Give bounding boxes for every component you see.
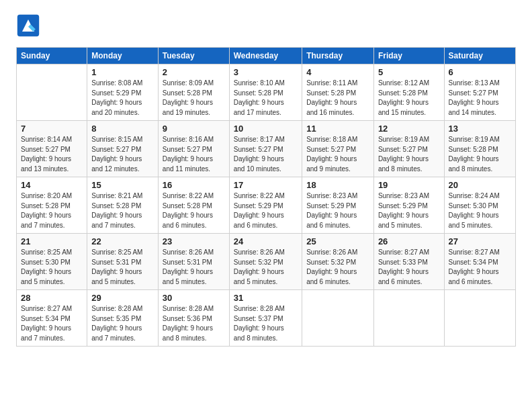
calendar-day-cell: 17Sunrise: 8:22 AM Sunset: 5:29 PM Dayli…: [229, 177, 302, 234]
calendar-day-cell: 14Sunrise: 8:20 AM Sunset: 5:28 PM Dayli…: [17, 177, 87, 234]
day-number: 31: [234, 293, 298, 303]
calendar-day-cell: 8Sunrise: 8:15 AM Sunset: 5:27 PM Daylig…: [87, 121, 159, 177]
day-info: Sunrise: 8:28 AM Sunset: 5:36 PM Dayligh…: [163, 304, 225, 343]
calendar-day-cell: 25Sunrise: 8:26 AM Sunset: 5:32 PM Dayli…: [302, 234, 374, 290]
calendar-day-cell: 16Sunrise: 8:22 AM Sunset: 5:28 PM Dayli…: [158, 177, 229, 234]
calendar-day-cell: 6Sunrise: 8:13 AM Sunset: 5:27 PM Daylig…: [444, 64, 515, 121]
day-info: Sunrise: 8:20 AM Sunset: 5:28 PM Dayligh…: [21, 191, 83, 230]
page-header: [16, 13, 516, 38]
day-info: Sunrise: 8:10 AM Sunset: 5:28 PM Dayligh…: [234, 79, 298, 118]
day-number: 11: [306, 124, 369, 134]
calendar-day-cell: 28Sunrise: 8:27 AM Sunset: 5:34 PM Dayli…: [17, 290, 87, 347]
calendar-header: SundayMondayTuesdayWednesdayThursdayFrid…: [17, 48, 516, 64]
calendar-day-cell: 1Sunrise: 8:08 AM Sunset: 5:29 PM Daylig…: [87, 64, 159, 121]
day-number: 12: [378, 124, 440, 134]
calendar-day-cell: [17, 64, 87, 121]
day-of-week-header: Wednesday: [229, 48, 302, 64]
page-container: SundayMondayTuesdayWednesdayThursdayFrid…: [0, 0, 532, 357]
day-number: 26: [378, 236, 440, 246]
calendar-week-row: 21Sunrise: 8:25 AM Sunset: 5:30 PM Dayli…: [17, 234, 516, 290]
day-info: Sunrise: 8:28 AM Sunset: 5:37 PM Dayligh…: [234, 304, 298, 343]
day-number: 5: [378, 67, 440, 77]
calendar-day-cell: 31Sunrise: 8:28 AM Sunset: 5:37 PM Dayli…: [229, 290, 302, 347]
calendar-week-row: 14Sunrise: 8:20 AM Sunset: 5:28 PM Dayli…: [17, 177, 516, 234]
day-number: 10: [234, 124, 298, 134]
day-info: Sunrise: 8:12 AM Sunset: 5:28 PM Dayligh…: [378, 79, 440, 118]
day-info: Sunrise: 8:24 AM Sunset: 5:30 PM Dayligh…: [449, 191, 511, 230]
day-info: Sunrise: 8:16 AM Sunset: 5:27 PM Dayligh…: [163, 135, 225, 174]
day-info: Sunrise: 8:21 AM Sunset: 5:28 PM Dayligh…: [91, 191, 154, 230]
calendar-day-cell: 9Sunrise: 8:16 AM Sunset: 5:27 PM Daylig…: [158, 121, 229, 177]
day-number: 13: [449, 124, 511, 134]
day-number: 27: [449, 236, 511, 246]
day-number: 19: [378, 180, 440, 190]
day-number: 7: [21, 124, 83, 134]
day-info: Sunrise: 8:15 AM Sunset: 5:27 PM Dayligh…: [91, 135, 154, 174]
day-info: Sunrise: 8:26 AM Sunset: 5:31 PM Dayligh…: [163, 248, 225, 287]
day-number: 3: [234, 67, 298, 77]
day-info: Sunrise: 8:25 AM Sunset: 5:31 PM Dayligh…: [91, 248, 154, 287]
day-of-week-header: Monday: [87, 48, 159, 64]
calendar-day-cell: [302, 290, 374, 347]
day-info: Sunrise: 8:18 AM Sunset: 5:27 PM Dayligh…: [306, 135, 369, 174]
day-info: Sunrise: 8:19 AM Sunset: 5:27 PM Dayligh…: [378, 135, 440, 174]
calendar-day-cell: 20Sunrise: 8:24 AM Sunset: 5:30 PM Dayli…: [444, 177, 515, 234]
day-number: 4: [306, 67, 369, 77]
day-number: 8: [91, 124, 154, 134]
day-number: 21: [21, 236, 83, 246]
calendar-day-cell: 26Sunrise: 8:27 AM Sunset: 5:33 PM Dayli…: [373, 234, 444, 290]
day-info: Sunrise: 8:27 AM Sunset: 5:34 PM Dayligh…: [449, 248, 511, 287]
day-number: 23: [163, 236, 225, 246]
day-info: Sunrise: 8:27 AM Sunset: 5:34 PM Dayligh…: [21, 304, 83, 343]
day-info: Sunrise: 8:25 AM Sunset: 5:30 PM Dayligh…: [21, 248, 83, 287]
day-info: Sunrise: 8:19 AM Sunset: 5:28 PM Dayligh…: [449, 135, 511, 174]
calendar-day-cell: 10Sunrise: 8:17 AM Sunset: 5:27 PM Dayli…: [229, 121, 302, 177]
calendar-day-cell: 24Sunrise: 8:26 AM Sunset: 5:32 PM Dayli…: [229, 234, 302, 290]
calendar-day-cell: 19Sunrise: 8:23 AM Sunset: 5:29 PM Dayli…: [373, 177, 444, 234]
day-number: 22: [91, 236, 154, 246]
calendar-day-cell: 18Sunrise: 8:23 AM Sunset: 5:29 PM Dayli…: [302, 177, 374, 234]
calendar-day-cell: 11Sunrise: 8:18 AM Sunset: 5:27 PM Dayli…: [302, 121, 374, 177]
calendar-day-cell: 15Sunrise: 8:21 AM Sunset: 5:28 PM Dayli…: [87, 177, 159, 234]
day-number: 18: [306, 180, 369, 190]
day-number: 14: [21, 180, 83, 190]
day-info: Sunrise: 8:23 AM Sunset: 5:29 PM Dayligh…: [378, 191, 440, 230]
calendar-day-cell: 13Sunrise: 8:19 AM Sunset: 5:28 PM Dayli…: [444, 121, 515, 177]
calendar-week-row: 1Sunrise: 8:08 AM Sunset: 5:29 PM Daylig…: [17, 64, 516, 121]
day-number: 1: [91, 67, 154, 77]
day-info: Sunrise: 8:27 AM Sunset: 5:33 PM Dayligh…: [378, 248, 440, 287]
day-of-week-header: Tuesday: [158, 48, 229, 64]
day-info: Sunrise: 8:26 AM Sunset: 5:32 PM Dayligh…: [306, 248, 369, 287]
day-info: Sunrise: 8:26 AM Sunset: 5:32 PM Dayligh…: [234, 248, 298, 287]
day-info: Sunrise: 8:14 AM Sunset: 5:27 PM Dayligh…: [21, 135, 83, 174]
day-number: 17: [234, 180, 298, 190]
day-number: 20: [449, 180, 511, 190]
calendar-week-row: 7Sunrise: 8:14 AM Sunset: 5:27 PM Daylig…: [17, 121, 516, 177]
calendar-day-cell: 21Sunrise: 8:25 AM Sunset: 5:30 PM Dayli…: [17, 234, 87, 290]
logo: [16, 13, 44, 38]
day-info: Sunrise: 8:17 AM Sunset: 5:27 PM Dayligh…: [234, 135, 298, 174]
day-number: 24: [234, 236, 298, 246]
calendar-week-row: 28Sunrise: 8:27 AM Sunset: 5:34 PM Dayli…: [17, 290, 516, 347]
day-of-week-header: Friday: [373, 48, 444, 64]
calendar-day-cell: 22Sunrise: 8:25 AM Sunset: 5:31 PM Dayli…: [87, 234, 159, 290]
day-number: 29: [91, 293, 154, 303]
calendar-day-cell: 7Sunrise: 8:14 AM Sunset: 5:27 PM Daylig…: [17, 121, 87, 177]
day-number: 6: [449, 67, 511, 77]
day-info: Sunrise: 8:11 AM Sunset: 5:28 PM Dayligh…: [306, 79, 369, 118]
calendar-table: SundayMondayTuesdayWednesdayThursdayFrid…: [16, 47, 516, 347]
day-info: Sunrise: 8:08 AM Sunset: 5:29 PM Dayligh…: [91, 79, 154, 118]
day-info: Sunrise: 8:09 AM Sunset: 5:28 PM Dayligh…: [163, 79, 225, 118]
calendar-day-cell: 5Sunrise: 8:12 AM Sunset: 5:28 PM Daylig…: [373, 64, 444, 121]
day-number: 16: [163, 180, 225, 190]
day-info: Sunrise: 8:13 AM Sunset: 5:27 PM Dayligh…: [449, 79, 511, 118]
day-number: 30: [163, 293, 225, 303]
calendar-day-cell: 4Sunrise: 8:11 AM Sunset: 5:28 PM Daylig…: [302, 64, 374, 121]
day-info: Sunrise: 8:22 AM Sunset: 5:29 PM Dayligh…: [234, 191, 298, 230]
calendar-day-cell: 23Sunrise: 8:26 AM Sunset: 5:31 PM Dayli…: [158, 234, 229, 290]
day-info: Sunrise: 8:23 AM Sunset: 5:29 PM Dayligh…: [306, 191, 369, 230]
calendar-day-cell: 27Sunrise: 8:27 AM Sunset: 5:34 PM Dayli…: [444, 234, 515, 290]
day-number: 25: [306, 236, 369, 246]
calendar-day-cell: 2Sunrise: 8:09 AM Sunset: 5:28 PM Daylig…: [158, 64, 229, 121]
day-info: Sunrise: 8:22 AM Sunset: 5:28 PM Dayligh…: [163, 191, 225, 230]
